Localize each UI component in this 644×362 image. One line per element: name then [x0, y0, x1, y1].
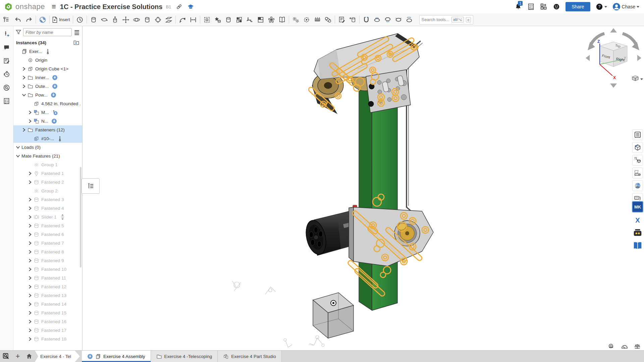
expand-chevron-icon[interactable]	[21, 66, 26, 71]
rotate-left-arrow[interactable]	[586, 55, 590, 61]
tree-item-fastened-9[interactable]: Fastened 9	[13, 256, 82, 265]
tab-exercise-4-part-studio[interactable]: Exercise 4 Part Studio	[218, 351, 282, 362]
rollback-clock-button[interactable]	[74, 15, 85, 25]
measure-entities-button[interactable]	[347, 15, 358, 25]
expand-chevron-icon[interactable]	[28, 180, 33, 185]
isolate-button[interactable]	[382, 15, 393, 25]
group-parts-button[interactable]	[202, 15, 212, 25]
expand-chevron-icon[interactable]	[28, 249, 33, 254]
tree-item-n[interactable]: N...	[13, 117, 82, 125]
view-cube[interactable]: Y Top Front Right Z X	[583, 26, 644, 90]
rack-pinion-button[interactable]	[312, 15, 323, 25]
notifications-button[interactable]: 1	[515, 3, 522, 10]
gear-button[interactable]	[301, 15, 312, 25]
tree-item-fastened-4[interactable]: Fastened 4	[13, 204, 82, 213]
tree-item-fastened-3[interactable]: Fastened 3	[13, 195, 82, 204]
replicate-button[interactable]	[223, 15, 234, 25]
mass-properties-icon[interactable]	[633, 343, 641, 351]
expand-chevron-icon[interactable]	[28, 328, 33, 333]
tree-item-inner[interactable]: Inner...	[13, 73, 82, 82]
filter-funnel-icon[interactable]	[15, 29, 21, 35]
expand-chevron-icon[interactable]	[28, 302, 33, 307]
pattern-feature-button[interactable]	[212, 15, 223, 25]
expand-chevron-icon[interactable]	[28, 310, 33, 315]
tasks-button[interactable]	[527, 3, 535, 10]
tree-item-fastened-12[interactable]: Fastened 12	[13, 282, 82, 291]
bom-table-button[interactable]	[336, 15, 347, 25]
make-transparent-button[interactable]	[393, 15, 404, 25]
named-views-button[interactable]	[277, 15, 287, 25]
tree-item-fastened-14[interactable]: Fastened 14	[13, 300, 82, 308]
magnet-snap-button[interactable]	[361, 15, 372, 25]
configuration-panel-button[interactable]	[632, 155, 643, 166]
mate-pin-slot-button[interactable]	[142, 15, 153, 25]
add-tab-button[interactable]: +	[12, 351, 23, 362]
tree-item-m[interactable]: M...	[13, 108, 82, 117]
expand-chevron-icon[interactable]	[28, 284, 33, 289]
rotate-up-arrow[interactable]	[610, 28, 617, 33]
tab-exercise-4-telescoping[interactable]: Exercise 4 -Telescoping	[151, 351, 218, 362]
expand-chevron-icon[interactable]	[21, 75, 26, 80]
expand-chevron-icon[interactable]	[28, 171, 33, 176]
expand-chevron-icon[interactable]	[28, 319, 33, 324]
tree-item-10[interactable]: #10-...	[13, 134, 82, 143]
tab-exercise-4-tel[interactable]: Exercise 4 - Tel	[35, 351, 80, 362]
sync-update-button[interactable]	[37, 15, 48, 25]
circular-pattern-button[interactable]	[266, 15, 277, 25]
learning-center-icon[interactable]	[187, 3, 194, 10]
measure-panel-button[interactable]	[632, 168, 643, 178]
tree-item-oute[interactable]: Oute...	[13, 82, 82, 90]
tree-item-fastened-1[interactable]: Fastened 1	[13, 169, 82, 178]
belt-relation-button[interactable]	[323, 15, 333, 25]
home-tab-button[interactable]	[23, 351, 35, 362]
expand-chevron-icon[interactable]	[28, 232, 33, 237]
tree-item-fastened-18[interactable]: Fastened 18	[13, 335, 82, 343]
share-button[interactable]: Share	[566, 2, 590, 11]
feature-list-flyout-button[interactable]	[82, 178, 100, 194]
tree-item-fastened-11[interactable]: Fastened 11	[13, 274, 82, 282]
assembly-3d-model[interactable]	[83, 26, 644, 350]
loads-section-header[interactable]: Loads (0)	[13, 143, 82, 152]
mate-planar-button[interactable]	[120, 15, 131, 25]
tree-item-fastened-15[interactable]: Fastened 15	[13, 308, 82, 317]
mate-ball-button[interactable]	[131, 15, 142, 25]
tree-item-exer[interactable]: Exer...	[13, 47, 82, 56]
expand-chevron-icon[interactable]	[28, 276, 33, 281]
bom-panel-button[interactable]	[632, 142, 643, 153]
app-store-button[interactable]	[540, 3, 547, 10]
tree-item-fasteners-12[interactable]: Fasteners (12)	[13, 125, 82, 134]
origin-cube-part[interactable]	[313, 293, 354, 338]
history-versions-panel-button[interactable]	[2, 69, 12, 79]
tape-measure-icon[interactable]	[608, 343, 616, 351]
expand-chevron-icon[interactable]	[28, 110, 33, 115]
list-view-icon[interactable]	[73, 29, 80, 36]
tree-item-slider-1[interactable]: Slider 1	[13, 213, 82, 221]
tree-item-fastened-17[interactable]: Fastened 17	[13, 326, 82, 335]
help-menu[interactable]: ?	[596, 3, 607, 10]
expand-chevron-icon[interactable]	[21, 127, 26, 132]
new-folder-icon[interactable]	[73, 40, 79, 46]
mate-connector-panel-button[interactable]	[2, 29, 12, 39]
tree-item-fastened-7[interactable]: Fastened 7	[13, 239, 82, 247]
expand-chevron-icon[interactable]	[28, 197, 33, 202]
expand-chevron-icon[interactable]	[21, 93, 26, 98]
mate-features-section-header[interactable]: Mate Features (21)	[13, 152, 82, 160]
expand-chevron-icon[interactable]	[28, 267, 33, 272]
rotate-right-arrow[interactable]	[637, 55, 641, 61]
expand-chevron-icon[interactable]	[21, 84, 26, 89]
feature-list-panel-button[interactable]	[632, 129, 643, 140]
linear-pattern-button[interactable]	[234, 15, 245, 25]
section-view-button[interactable]	[255, 15, 266, 25]
chevron-down-icon[interactable]	[15, 145, 20, 150]
onshape-logo[interactable]: onshape	[0, 2, 48, 11]
expand-chevron-icon[interactable]	[28, 258, 33, 263]
mate-parallel-button[interactable]	[163, 15, 174, 25]
render-studio-app-button[interactable]	[632, 180, 643, 191]
rotate-cw-arrow[interactable]	[623, 34, 637, 46]
tree-item-group-2[interactable]: Group 2	[13, 186, 82, 195]
protractor-icon[interactable]	[621, 343, 629, 351]
show-all-button[interactable]	[404, 15, 415, 25]
hide-others-button[interactable]	[372, 15, 382, 25]
tree-item-origin[interactable]: Origin	[13, 56, 82, 64]
insert-button[interactable]: Insert	[51, 15, 71, 25]
